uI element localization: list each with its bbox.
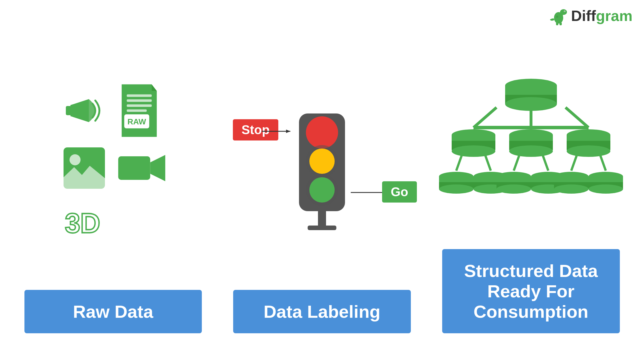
svg-rect-28 — [308, 226, 336, 230]
traffic-light-wrapper: Stop — [290, 111, 354, 231]
svg-rect-7 — [66, 106, 71, 115]
main-content: RAW 3D Raw — [9, 34, 635, 339]
svg-line-60 — [600, 155, 606, 171]
svg-point-1 — [560, 9, 567, 15]
svg-line-55 — [456, 155, 462, 171]
video-camera-icon — [116, 148, 168, 188]
svg-text:RAW: RAW — [127, 117, 146, 126]
svg-point-24 — [309, 149, 335, 174]
logo: Diffgram — [549, 6, 632, 26]
svg-rect-10 — [127, 104, 152, 107]
svg-point-15 — [70, 154, 80, 165]
structured-data-label-box: Structured Data Ready For Consumption — [442, 249, 620, 333]
svg-rect-2 — [556, 22, 558, 25]
svg-rect-39 — [474, 126, 589, 129]
svg-line-36 — [474, 107, 497, 128]
go-label: Go — [382, 181, 417, 203]
raw-data-label: Raw Data — [73, 302, 153, 321]
logo-text: Diffgram — [571, 7, 632, 24]
svg-line-59 — [571, 155, 577, 171]
svg-point-85 — [554, 184, 589, 194]
traffic-light-svg — [290, 111, 354, 231]
megaphone-icon — [61, 88, 107, 134]
svg-rect-3 — [559, 22, 562, 25]
3d-icon: 3D — [61, 197, 107, 243]
svg-line-58 — [543, 155, 548, 171]
svg-point-6 — [556, 16, 558, 18]
svg-marker-19 — [286, 130, 290, 133]
svg-rect-9 — [127, 99, 152, 102]
svg-text:3D: 3D — [65, 207, 100, 238]
svg-line-57 — [514, 155, 520, 171]
logo-gram: gram — [596, 7, 632, 24]
svg-point-5 — [564, 11, 565, 11]
svg-point-90 — [589, 184, 623, 194]
raw-data-column: RAW 3D Raw — [9, 34, 218, 339]
logo-diff: Diff — [571, 7, 596, 24]
diffgram-logo-icon — [549, 6, 569, 26]
svg-point-26 — [309, 177, 335, 203]
data-labeling-label-box: Data Labeling — [233, 290, 411, 333]
traffic-light-section: Stop — [290, 34, 354, 290]
svg-rect-8 — [127, 94, 152, 97]
structured-data-column: Structured Data Ready For Consumption — [426, 34, 635, 339]
raw-document-icon: RAW — [116, 82, 168, 139]
db-tree-area — [426, 34, 635, 249]
svg-point-65 — [439, 184, 474, 194]
svg-point-49 — [509, 145, 553, 157]
svg-line-56 — [485, 155, 491, 171]
svg-rect-11 — [127, 109, 147, 112]
stop-arrow — [260, 128, 292, 134]
structured-data-label: Structured Data Ready For Consumption — [464, 261, 598, 321]
svg-line-38 — [566, 107, 589, 128]
svg-rect-16 — [118, 156, 150, 180]
svg-point-44 — [452, 145, 495, 157]
svg-point-22 — [309, 120, 335, 145]
data-labeling-column: Stop — [218, 34, 427, 339]
raw-data-icons: RAW 3D — [9, 34, 218, 290]
image-icon — [61, 145, 107, 191]
data-labeling-label: Data Labeling — [264, 302, 381, 321]
svg-point-75 — [497, 184, 531, 194]
database-tree-icon — [439, 73, 623, 211]
raw-data-label-box: Raw Data — [24, 290, 202, 333]
svg-point-54 — [567, 145, 610, 157]
